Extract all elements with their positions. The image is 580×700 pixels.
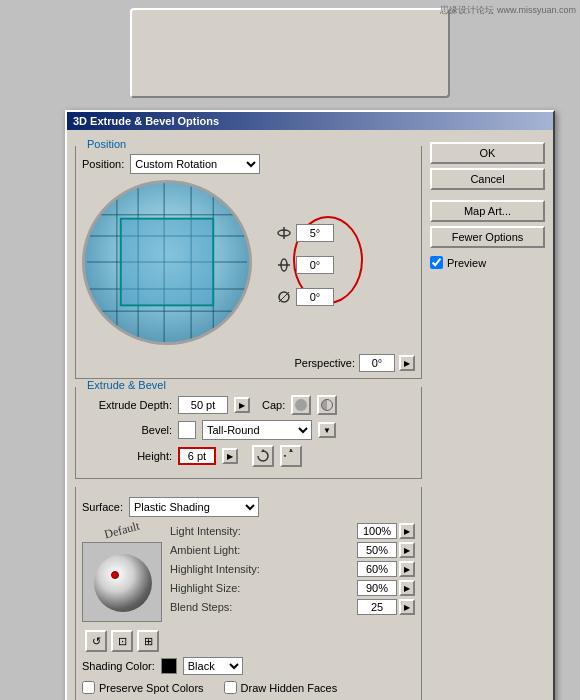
sphere-visual: [82, 180, 252, 345]
preview-row: Preview: [430, 256, 545, 269]
height-row: Height: ▶: [82, 445, 415, 467]
z-rotation-icon: [275, 288, 293, 306]
y-rotation-icon: [275, 256, 293, 274]
rotation-controls: 5° 0°: [275, 224, 334, 306]
surface-content: Default ↺ ⊡ ⊞ L: [82, 523, 415, 652]
preview-label: Preview: [447, 257, 486, 269]
y-rotation-input[interactable]: 0°: [296, 256, 334, 274]
draw-hidden-label: Draw Hidden Faces: [241, 682, 338, 694]
blend-steps-arrow[interactable]: ▶: [399, 599, 415, 615]
cap-circle-icon: [295, 399, 307, 411]
x-rotation-row: 5°: [275, 224, 334, 242]
perspective-input[interactable]: 0°: [359, 354, 395, 372]
shading-params: Light Intensity: ▶ Ambient Light: ▶: [170, 523, 415, 652]
highlight-size-row: Highlight Size: ▶: [170, 580, 415, 596]
surface-header: Surface: Plastic Shading: [82, 497, 415, 517]
x-rotation-input[interactable]: 5°: [296, 224, 334, 242]
light-intensity-label: Light Intensity:: [170, 525, 241, 537]
preserve-spot-checkbox[interactable]: [82, 681, 95, 694]
highlight-intensity-row: Highlight Intensity: ▶: [170, 561, 415, 577]
main-dialog: 3D Extrude & Bevel Options Position Posi…: [65, 110, 555, 700]
ok-button[interactable]: OK: [430, 142, 545, 164]
x-rotation-icon: [275, 224, 293, 242]
svg-marker-18: [289, 449, 293, 452]
perspective-label: Perspective:: [294, 357, 355, 369]
ambient-light-label: Ambient Light:: [170, 544, 240, 556]
draw-hidden-checkbox[interactable]: [224, 681, 237, 694]
left-panel: Position Position: Custom Rotation: [75, 138, 422, 700]
light-intensity-arrow[interactable]: ▶: [399, 523, 415, 539]
perspective-row: Perspective: 0° ▶: [82, 354, 415, 372]
shading-controls: ↺ ⊡ ⊞: [85, 630, 159, 652]
surface-select[interactable]: Plastic Shading: [129, 497, 259, 517]
perspective-arrow-btn[interactable]: ▶: [399, 355, 415, 371]
light-reset-btn[interactable]: ⊡: [111, 630, 133, 652]
light-intensity-row: Light Intensity: ▶: [170, 523, 415, 539]
blend-steps-row: Blend Steps: ▶: [170, 599, 415, 615]
fewer-options-button[interactable]: Fewer Options: [430, 226, 545, 248]
light-intensity-value-group: ▶: [357, 523, 415, 539]
preserve-spot-row: Preserve Spot Colors: [82, 681, 204, 694]
extrude-bevel-group: Extrude & Bevel Extrude Depth: ▶ Cap:: [75, 387, 422, 479]
highlight-size-label: Highlight Size:: [170, 582, 240, 594]
highlight-intensity-input[interactable]: [357, 561, 397, 577]
top-preview-area: [130, 8, 450, 98]
height-arrow[interactable]: ▶: [222, 448, 238, 464]
shading-sphere: [94, 554, 152, 612]
blend-steps-input[interactable]: [357, 599, 397, 615]
extrude-depth-input[interactable]: [178, 396, 228, 414]
default-label: Default: [103, 519, 142, 543]
svg-rect-10: [121, 219, 214, 306]
light-rotate-left-btn[interactable]: ↺: [85, 630, 107, 652]
sphere-container: [82, 180, 267, 350]
rotation-area: 5° 0°: [82, 180, 415, 350]
cap-label: Cap:: [262, 399, 285, 411]
position-dropdown[interactable]: Custom Rotation: [130, 154, 260, 174]
highlight-intensity-arrow[interactable]: ▶: [399, 561, 415, 577]
bevel-label: Bevel:: [82, 424, 172, 436]
light-intensity-input[interactable]: [357, 523, 397, 539]
bevel-swatch: [178, 421, 196, 439]
extrude-depth-arrow[interactable]: ▶: [234, 397, 250, 413]
watermark: 思缘设计论坛 www.missyuan.com: [440, 4, 576, 17]
position-label: Position:: [82, 158, 124, 170]
highlight-size-arrow[interactable]: ▶: [399, 580, 415, 596]
shading-color-select[interactable]: Black: [183, 657, 243, 675]
highlight-size-input[interactable]: [357, 580, 397, 596]
bevel-arrow[interactable]: ▼: [318, 422, 336, 438]
preview-checkbox[interactable]: [430, 256, 443, 269]
z-rotation-input[interactable]: 0°: [296, 288, 334, 306]
map-art-button[interactable]: Map Art...: [430, 200, 545, 222]
blend-steps-label: Blend Steps:: [170, 601, 232, 613]
cancel-button[interactable]: Cancel: [430, 168, 545, 190]
light-settings-btn[interactable]: ⊞: [137, 630, 159, 652]
shading-preview: [82, 542, 162, 622]
surface-label: Surface:: [82, 501, 123, 513]
rotate-cw-btn[interactable]: [252, 445, 274, 467]
surface-group: Surface: Plastic Shading Default: [75, 487, 422, 700]
height-input[interactable]: [178, 447, 216, 465]
light-dot: [111, 571, 119, 579]
position-group-label: Position: [84, 138, 129, 150]
preserve-spot-label: Preserve Spot Colors: [99, 682, 204, 694]
ambient-light-input[interactable]: [357, 542, 397, 558]
ambient-light-arrow[interactable]: ▶: [399, 542, 415, 558]
shading-color-row: Shading Color: Black: [82, 657, 415, 675]
cap-btn-filled[interactable]: [291, 395, 311, 415]
extrude-depth-row: Extrude Depth: ▶ Cap:: [82, 395, 415, 415]
y-rotation-row: 0°: [275, 256, 334, 274]
cap-btn-half[interactable]: [317, 395, 337, 415]
draw-hidden-row: Draw Hidden Faces: [224, 681, 338, 694]
z-rotation-row: 0°: [275, 288, 334, 306]
extrude-bevel-label: Extrude & Bevel: [84, 379, 169, 391]
ambient-light-value-group: ▶: [357, 542, 415, 558]
shading-color-label: Shading Color:: [82, 660, 155, 672]
highlight-intensity-value-group: ▶: [357, 561, 415, 577]
highlight-intensity-label: Highlight Intensity:: [170, 563, 260, 575]
highlight-size-value-group: ▶: [357, 580, 415, 596]
ambient-light-row: Ambient Light: ▶: [170, 542, 415, 558]
extrude-depth-label: Extrude Depth:: [82, 399, 172, 411]
bevel-select[interactable]: Tall-Round: [202, 420, 312, 440]
rotate-ccw-btn[interactable]: [280, 445, 302, 467]
blend-steps-value-group: ▶: [357, 599, 415, 615]
